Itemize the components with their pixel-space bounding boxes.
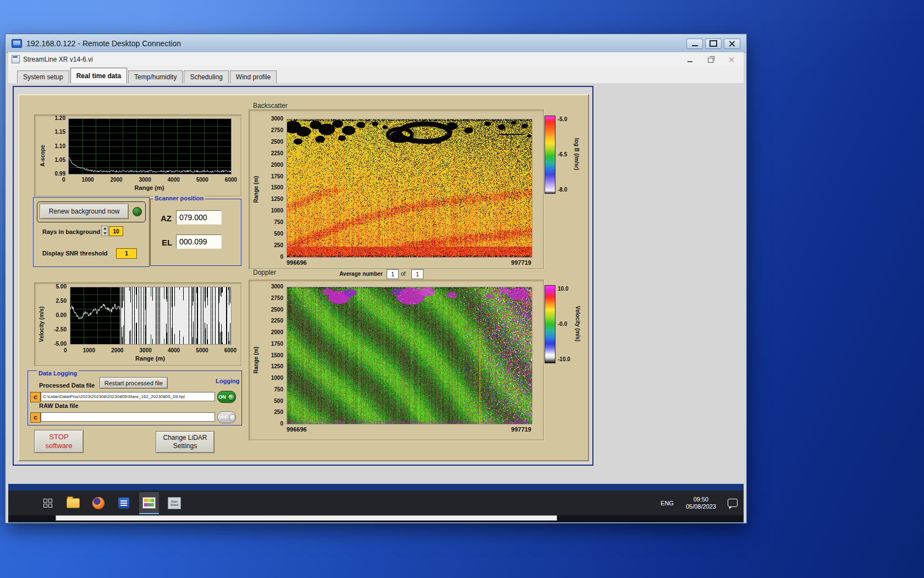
tick-label: 500: [274, 398, 283, 404]
rays-in-background-value[interactable]: 10: [109, 226, 123, 236]
vi-minimize-button[interactable]: [684, 54, 695, 64]
processed-logging-toggle-on[interactable]: ON: [217, 391, 236, 403]
taskbar-firefox[interactable]: [89, 492, 108, 514]
tab-strip: System setup Real time data Temp/humidit…: [8, 66, 744, 83]
change-lidar-settings-button[interactable]: Change LiDAR Settings: [156, 431, 215, 453]
clock-time: 09:50: [686, 496, 716, 503]
el-value-field[interactable]: 000.099: [176, 235, 222, 249]
vi-close-button[interactable]: [726, 54, 737, 64]
velocity-plot-frame: Velocity (m/s) 5.002.500.00-2.50-5.00 01…: [34, 282, 241, 366]
tick-label: 2250: [271, 150, 283, 156]
restart-processed-file-button[interactable]: Restart processed file: [100, 377, 168, 389]
minimize-icon: [688, 61, 692, 62]
tick-label: 750: [274, 219, 283, 225]
tick-label: 1250: [271, 363, 283, 369]
rdp-maximize-button[interactable]: [705, 39, 722, 49]
tab-temp-humidity[interactable]: Temp/humidity: [128, 70, 183, 83]
data-logging-title: Data Logging: [37, 370, 79, 377]
taskbar-app-streamline-active[interactable]: [139, 492, 159, 514]
velocity-xlabel: Range (m): [70, 355, 230, 362]
average-count-value[interactable]: 1: [411, 269, 424, 279]
velocity-yticks: 5.002.500.00-2.50-5.00: [46, 283, 67, 347]
tick-label: 4000: [168, 177, 180, 183]
taskbar-app-scan-scheduler[interactable]: Scan Sched: [164, 492, 184, 514]
vi-titlebar[interactable]: StreamLine XR v14-6.vi: [8, 52, 744, 67]
raw-drive-selector[interactable]: C: [30, 412, 41, 423]
rdp-titlebar[interactable]: 192.168.0.122 - Remote Desktop Connectio…: [6, 35, 746, 53]
backscatter-yticks: 3000275025002250200017501500125010007505…: [261, 116, 283, 260]
minimize-icon: [692, 45, 698, 46]
tab-system-setup[interactable]: System setup: [17, 70, 69, 83]
on-toggle-label: ON: [218, 394, 226, 400]
tick-label: 1000: [81, 177, 94, 183]
ascope-xticks: 0100020003000400050006000: [62, 177, 237, 183]
tick-label: 1750: [271, 173, 283, 179]
doppler-xlabels: 996696 997719: [287, 426, 531, 433]
tick-label: 2750: [271, 127, 283, 133]
rays-in-background-stepper[interactable]: [101, 226, 108, 236]
tick-label: -5.00: [54, 341, 67, 347]
doppler-xend: 997719: [511, 426, 531, 433]
backscatter-heatmap: [287, 119, 532, 258]
doppler-heatmap: [287, 287, 532, 424]
average-number-value[interactable]: 1: [387, 269, 399, 279]
clock-date: 05/08/2023: [686, 503, 716, 510]
rdp-close-button[interactable]: [724, 39, 740, 49]
doppler-ylabel: Range (m): [253, 347, 259, 374]
renew-background-button[interactable]: Renew background now: [40, 204, 129, 219]
taskbar-clock[interactable]: 09:50 05/08/2023: [680, 496, 722, 510]
tick-label: 0.00: [56, 312, 67, 318]
tab-wind-profile[interactable]: Wind profile: [230, 70, 277, 83]
doppler-xstart: 996696: [287, 426, 307, 433]
stop-software-button[interactable]: STOP software: [34, 430, 84, 453]
tick-label: 1.15: [55, 129, 65, 135]
tick-label: 1000: [271, 208, 283, 214]
tick-label: 0: [62, 177, 65, 183]
tab-real-time-data[interactable]: Real time data: [70, 68, 127, 83]
processed-drive-selector[interactable]: C: [30, 392, 41, 402]
tick-label: 1750: [271, 341, 283, 347]
tick-label: 3000: [139, 177, 151, 183]
rdp-minimize-button[interactable]: [686, 39, 703, 49]
ascope-plot: [68, 118, 232, 175]
tick-label: 2000: [110, 177, 122, 183]
doppler-yticks: 3000275025002250200017501500125010007505…: [261, 283, 283, 427]
tick-label: 3000: [271, 283, 283, 290]
language-indicator[interactable]: ENG: [654, 490, 680, 515]
tick-label: 250: [274, 409, 283, 415]
rays-in-background-label: Rays in background: [42, 228, 100, 235]
backscatter-colorbar-label: log B (/m/sr): [574, 138, 580, 170]
tab-content-area: A-scope 1.201.151.101.050.99 01000200030…: [8, 83, 744, 484]
processed-path-field[interactable]: C:\Lidar\Data\Proc\2023\202308\20230805\…: [41, 392, 215, 401]
backscatter-xlabels: 996696 997719: [287, 259, 531, 266]
tick-label: 5000: [196, 177, 208, 183]
tick-label: 0: [280, 421, 283, 427]
raw-path-field[interactable]: [41, 412, 215, 422]
taskbar-app-blue[interactable]: [114, 492, 134, 514]
backscatter-colorbar: [544, 116, 556, 194]
snr-threshold-value[interactable]: 1: [116, 248, 137, 259]
doppler-colorbar-group: 10.0 -0.0 -10.0 Velocity (m/s): [544, 282, 586, 365]
lidar-app-icon: [142, 497, 156, 509]
change-button-line1: Change LiDAR: [163, 434, 207, 442]
start-button[interactable]: [38, 492, 58, 514]
taskbar-file-explorer[interactable]: [63, 492, 83, 514]
raw-logging-toggle-off[interactable]: OFF: [217, 411, 236, 423]
background-controls-box: Renew background now Rays in background …: [33, 197, 150, 267]
tick-label: 250: [274, 242, 283, 248]
backscatter-plot-frame: Range (m) 300027502500225020001750150012…: [249, 110, 544, 269]
notification-center-button[interactable]: [722, 490, 744, 515]
tick-label: 6000: [224, 347, 237, 353]
close-icon: [729, 40, 735, 47]
doppler-plot-frame: Range (m) 300027502500225020001750150012…: [249, 280, 544, 440]
vi-restore-button[interactable]: [705, 54, 716, 64]
backscatter-cb-tick-bottom: -8.0: [558, 187, 567, 193]
el-label: EL: [162, 238, 172, 247]
tick-label: 5000: [196, 347, 208, 353]
tab-scheduling[interactable]: Scheduling: [184, 70, 228, 83]
remote-desktop-wallpaper-strip: [8, 484, 744, 490]
tick-label: 500: [274, 231, 283, 237]
az-value-field[interactable]: 079.000: [176, 210, 222, 225]
off-toggle-label: OFF: [218, 415, 228, 420]
tick-label: 1500: [271, 184, 283, 190]
